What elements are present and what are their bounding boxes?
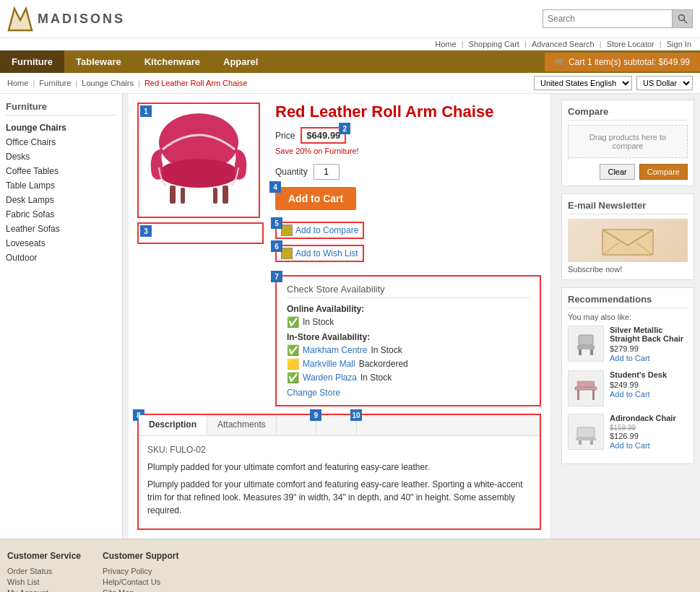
- price-row: Price $649.99 2: [275, 127, 541, 144]
- nav-item-tableware[interactable]: Tableware: [64, 51, 133, 73]
- rec-name-1: Student's Desk: [610, 370, 667, 379]
- footer-link-my-account[interactable]: My Account: [7, 588, 81, 592]
- sidebar-item-desk-lamps[interactable]: Desk Lamps: [6, 193, 116, 206]
- locale-bar: United States English US Dollar: [534, 76, 693, 90]
- sidebar-item-table-lamps[interactable]: Table Lamps: [6, 179, 116, 192]
- nav-item-furniture[interactable]: Furniture: [0, 51, 64, 73]
- footer-link-sitemap[interactable]: Site Map: [103, 588, 178, 592]
- online-avail: Online Availability: ✅ In Stock: [287, 304, 530, 328]
- sidebar-item-loveseats[interactable]: Loveseats: [6, 237, 116, 250]
- language-select[interactable]: United States English: [534, 76, 632, 90]
- svg-rect-7: [222, 186, 228, 204]
- footer-link-wish-list[interactable]: Wish List: [7, 578, 81, 586]
- rec-item-0: Silver Metallic Straight Back Chair $279…: [568, 326, 688, 363]
- footer-link-order-status[interactable]: Order Status: [7, 567, 81, 575]
- rec-name-2: Adirondack Chair: [610, 414, 676, 422]
- rec-item-1: Student's Desk $249.99 Add to Cart: [568, 370, 688, 406]
- rec-info-0: Silver Metallic Straight Back Chair $279…: [610, 326, 688, 363]
- svg-rect-16: [577, 390, 579, 400]
- search-button[interactable]: [673, 9, 693, 28]
- cart-bar[interactable]: 🛒 Cart 1 item(s) subtotal: $649.99: [545, 53, 700, 71]
- rec-title: Recommendations: [568, 294, 688, 308]
- store-2-link[interactable]: Warden Plaza: [303, 373, 357, 383]
- breadcrumb-home[interactable]: Home: [7, 79, 28, 87]
- store-0-status: In Stock: [371, 345, 402, 355]
- tab-description[interactable]: Description: [139, 415, 207, 435]
- rec-cart-2[interactable]: Add to Cart: [610, 441, 650, 450]
- compare-title: Compare: [568, 106, 688, 121]
- compare-buttons: Clear Compare: [568, 164, 688, 180]
- newsletter-title: E-mail Newsletter: [568, 200, 688, 214]
- sidebar-item-lounge-chairs[interactable]: Lounge Chairs: [6, 121, 116, 134]
- svg-rect-6: [170, 186, 176, 204]
- tab-attachments[interactable]: Attachments: [207, 415, 277, 435]
- add-to-wishlist-button[interactable]: 6 Add to Wish List: [275, 245, 364, 262]
- store-0-link[interactable]: Markham Centre: [303, 345, 367, 355]
- qty-label: Quantity: [275, 167, 308, 177]
- compare-clear-button[interactable]: Clear: [600, 164, 634, 180]
- content-wrapper: Furniture Lounge Chairs Office Chairs De…: [0, 94, 700, 539]
- compare-drop-area: Drag products here to compare: [568, 125, 688, 158]
- svg-rect-10: [602, 230, 653, 255]
- main-nav: Furniture Tableware Kitchenware Apparel …: [0, 51, 700, 73]
- badge-6: 6: [271, 240, 282, 252]
- rec-info-1: Student's Desk $249.99 Add to Cart: [610, 370, 667, 399]
- top-link-cart[interactable]: Shopping Cart: [469, 40, 519, 48]
- sidebar-item-office-chairs[interactable]: Office Chairs: [6, 136, 116, 149]
- store-avail-title: Check Store Availability: [287, 284, 530, 298]
- sidebar-item-outdoor[interactable]: Outdoor: [6, 251, 116, 264]
- sep: |: [660, 40, 664, 48]
- store-1-link[interactable]: Markville Mall: [303, 359, 355, 369]
- add-to-cart-button[interactable]: Add to Cart: [275, 187, 356, 210]
- sidebar-item-coffee-tables[interactable]: Coffee Tables: [6, 165, 116, 178]
- logo-icon: [7, 6, 33, 32]
- svg-point-2: [678, 15, 684, 21]
- breadcrumb-lounge-chairs[interactable]: Lounge Chairs: [82, 79, 134, 87]
- add-to-compare-button[interactable]: 5 Add to Compare: [275, 222, 364, 239]
- rec-cart-0[interactable]: Add to Cart: [610, 354, 650, 362]
- tab-9[interactable]: 9: [277, 415, 317, 435]
- rec-img-2: [568, 414, 604, 450]
- logo: MADISONS: [7, 6, 125, 32]
- sidebar-item-leather-sofas[interactable]: Leather Sofas: [6, 222, 116, 235]
- rec-price-0: $279.99: [610, 344, 688, 353]
- top-link-home[interactable]: Home: [435, 40, 456, 48]
- rec-cart-1[interactable]: Add to Cart: [610, 390, 650, 399]
- add-to-compare-label: Add to Compare: [295, 225, 358, 235]
- footer-link-privacy[interactable]: Privacy Policy: [103, 567, 178, 575]
- badge-7: 7: [271, 271, 282, 282]
- tab-10[interactable]: 10: [316, 415, 357, 435]
- svg-rect-12: [577, 345, 595, 349]
- svg-point-5: [159, 159, 238, 188]
- compare-box: Compare Drag products here to compare Cl…: [561, 100, 694, 186]
- nav-items: Furniture Tableware Kitchenware Apparel: [0, 51, 269, 73]
- online-status-row: ✅ In Stock: [287, 316, 530, 328]
- badge-10: 10: [350, 409, 362, 421]
- nav-item-kitchenware[interactable]: Kitchenware: [133, 51, 212, 73]
- svg-rect-22: [590, 440, 593, 445]
- badge-5: 5: [271, 217, 282, 229]
- product-top: 1: [137, 103, 541, 406]
- store-2-status: In Stock: [360, 373, 392, 383]
- sidebar-item-fabric-sofas[interactable]: Fabric Sofas: [6, 208, 116, 221]
- search-input[interactable]: [543, 9, 673, 28]
- change-store-link[interactable]: Change Store: [287, 388, 530, 398]
- currency-select[interactable]: US Dollar: [636, 76, 693, 90]
- top-link-advanced-search[interactable]: Advanced Search: [532, 40, 595, 48]
- quantity-input[interactable]: [314, 164, 340, 180]
- wishlist-icon: [281, 248, 293, 259]
- product-info: Red Leather Roll Arm Chaise Price $649.9…: [275, 103, 541, 406]
- nav-item-apparel[interactable]: Apparel: [212, 51, 269, 73]
- save-text: Save 20% on Furniture!: [275, 147, 541, 155]
- top-link-sign-in[interactable]: Sign In: [667, 40, 691, 48]
- compare-compare-button[interactable]: Compare: [639, 164, 688, 180]
- rec-oldprice-2: $159.99: [610, 424, 676, 432]
- store-1-check-icon: 🟨: [287, 358, 299, 370]
- description-long: Plumply padded for your ultimate comfort…: [147, 478, 531, 517]
- sidebar-item-desks[interactable]: Desks: [6, 150, 116, 163]
- breadcrumb-furniture[interactable]: Furniture: [39, 79, 71, 87]
- newsletter-image: [568, 219, 688, 262]
- top-link-store-locator[interactable]: Store Locator: [607, 40, 654, 48]
- footer-link-help[interactable]: Help/Contact Us: [103, 578, 178, 586]
- top-links: Home | Shopping Cart | Advanced Search |…: [0, 38, 700, 51]
